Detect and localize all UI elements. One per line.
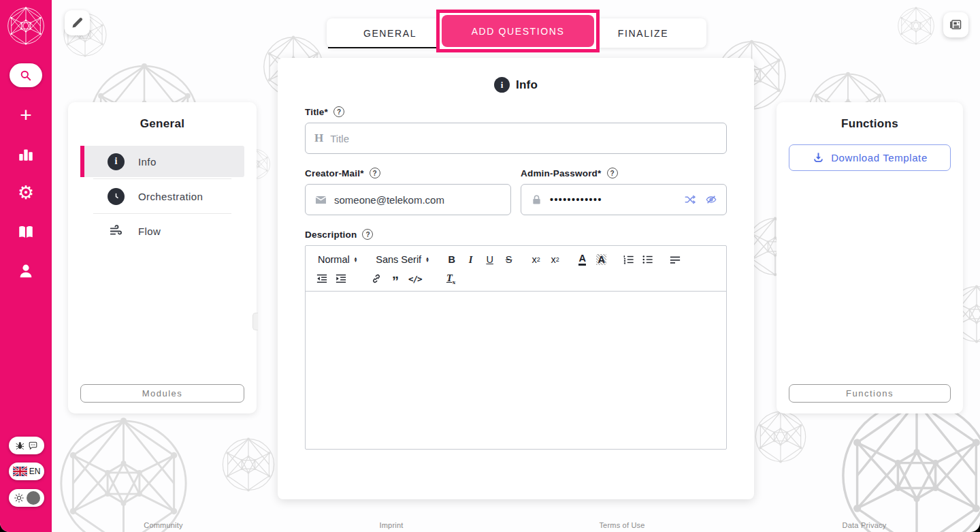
sidebar-item-info[interactable]: i Info <box>80 146 244 177</box>
functions-panel: Functions Download Template Functions <box>777 102 963 413</box>
tab-general-label: GENERAL <box>363 28 416 39</box>
code-button[interactable]: </> <box>406 271 424 286</box>
info-card-header: i Info <box>305 58 727 93</box>
help-icon[interactable]: ? <box>333 106 344 117</box>
item-label: Flow <box>138 225 161 237</box>
item-label: Orchestration <box>138 191 203 202</box>
app-logo-sphere-icon[interactable] <box>7 7 45 45</box>
newspaper-icon <box>949 18 963 32</box>
format-dropdown[interactable]: Normal ▴▾ <box>314 252 361 267</box>
search-button[interactable] <box>10 63 42 87</box>
info-card-title: Info <box>516 78 538 92</box>
tab-add-questions-highlighted[interactable]: ADD QUESTIONS <box>442 15 594 47</box>
plus-icon: + <box>20 105 32 125</box>
background-sphere <box>838 397 980 532</box>
indent-icon <box>336 273 346 284</box>
functions-button[interactable]: Functions <box>789 384 951 403</box>
admin-password-masked: •••••••••••• <box>550 194 602 205</box>
ordered-list-icon <box>623 254 634 265</box>
outdent-button[interactable] <box>314 271 330 286</box>
align-button[interactable] <box>667 252 683 267</box>
help-icon[interactable]: ? <box>370 168 380 178</box>
info-icon: i <box>494 77 510 93</box>
outdent-icon <box>316 273 327 284</box>
news-button[interactable] <box>943 12 968 37</box>
background-sphere <box>57 417 190 532</box>
feedback-button[interactable] <box>9 437 44 454</box>
documentation-button[interactable] <box>0 221 52 244</box>
bullet-list-button[interactable] <box>640 252 656 267</box>
modules-button[interactable]: Modules <box>80 384 244 403</box>
app-canvas: + ⚙ <box>0 0 980 532</box>
add-button[interactable]: + <box>0 104 52 127</box>
sidebar-item-orchestration[interactable]: Orchestration <box>80 181 244 212</box>
info-icon: i <box>108 153 125 170</box>
gear-icon: ⚙ <box>18 184 34 202</box>
underline-button[interactable]: U <box>482 252 498 267</box>
bold-button[interactable]: B <box>444 252 460 267</box>
clear-formatting-button[interactable]: Tx <box>443 271 459 286</box>
editor-toolbar: Normal ▴▾ Sans Serif ▴▾ B I U S x2 x2 <box>306 246 726 292</box>
background-color-button[interactable]: A <box>593 252 610 267</box>
description-editor: Normal ▴▾ Sans Serif ▴▾ B I U S x2 x2 <box>305 245 727 450</box>
download-icon <box>812 151 825 164</box>
book-icon <box>17 223 35 241</box>
speech-bubble-icon <box>28 441 38 451</box>
align-icon <box>670 254 681 265</box>
panel-collapse-handle[interactable] <box>252 313 258 330</box>
creator-mail-input[interactable]: someone@telekom.com <box>305 184 511 215</box>
subscript-button[interactable]: x2 <box>547 252 564 267</box>
user-button[interactable] <box>0 260 52 283</box>
bar-chart-icon <box>17 145 35 163</box>
italic-button[interactable]: I <box>463 252 479 267</box>
edit-button[interactable] <box>65 10 90 35</box>
statistics-button[interactable] <box>0 142 52 166</box>
help-icon[interactable]: ? <box>607 168 618 178</box>
theme-toggle[interactable] <box>9 489 44 507</box>
title-placeholder: Title <box>330 133 349 144</box>
superscript-button[interactable]: x2 <box>528 252 544 267</box>
background-sphere <box>754 410 807 463</box>
tab-general[interactable]: GENERAL <box>327 18 453 48</box>
tab-finalize-label: FINALIZE <box>618 28 668 39</box>
dropdown-arrows-icon: ▴▾ <box>426 257 429 263</box>
indent-button[interactable] <box>333 271 349 286</box>
search-icon <box>19 69 33 82</box>
ordered-list-button[interactable] <box>621 252 637 267</box>
clock-icon <box>108 188 125 205</box>
language-button[interactable]: EN <box>9 463 44 480</box>
description-label: Description <box>305 230 357 240</box>
footer-link-privacy[interactable]: Data Privacy <box>843 521 887 529</box>
sun-icon <box>14 492 24 503</box>
description-editor-body[interactable] <box>306 292 726 454</box>
font-dropdown[interactable]: Sans Serif ▴▾ <box>372 252 432 267</box>
background-sphere <box>221 437 276 492</box>
footer-link-community[interactable]: Community <box>144 521 182 529</box>
link-icon <box>371 273 382 284</box>
sidebar: + ⚙ <box>0 0 52 532</box>
link-button[interactable] <box>368 271 385 286</box>
highlight-annotation-add-questions[interactable]: ADD QUESTIONS <box>436 10 600 52</box>
title-field-label: Title* <box>305 107 328 117</box>
creator-mail-label: Creator-Mail* <box>305 168 364 178</box>
admin-password-label: Admin-Password* <box>521 168 602 178</box>
general-panel: General i Info Orchestration <box>68 102 257 413</box>
admin-password-input[interactable]: •••••••••••• <box>521 184 727 215</box>
sidebar-item-flow[interactable]: Flow <box>80 215 244 247</box>
footer-link-terms[interactable]: Terms of Use <box>599 521 644 529</box>
functions-panel-title: Functions <box>777 102 963 131</box>
help-icon[interactable]: ? <box>362 229 373 240</box>
generate-password-shuffle-icon[interactable] <box>684 193 696 206</box>
person-icon <box>17 262 35 280</box>
bullet-list-icon <box>642 254 653 265</box>
download-template-button[interactable]: Download Template <box>789 144 951 171</box>
heading-icon: H <box>314 131 323 145</box>
settings-button[interactable]: ⚙ <box>0 181 52 204</box>
strikethrough-button[interactable]: S <box>501 252 517 267</box>
toggle-visibility-eye-off-icon[interactable] <box>705 193 717 206</box>
text-color-button[interactable]: A <box>574 252 591 267</box>
blockquote-button[interactable]: ” <box>387 271 404 286</box>
general-panel-title: General <box>68 102 257 131</box>
title-input[interactable]: H Title <box>305 123 727 154</box>
footer-link-imprint[interactable]: Imprint <box>379 521 403 529</box>
